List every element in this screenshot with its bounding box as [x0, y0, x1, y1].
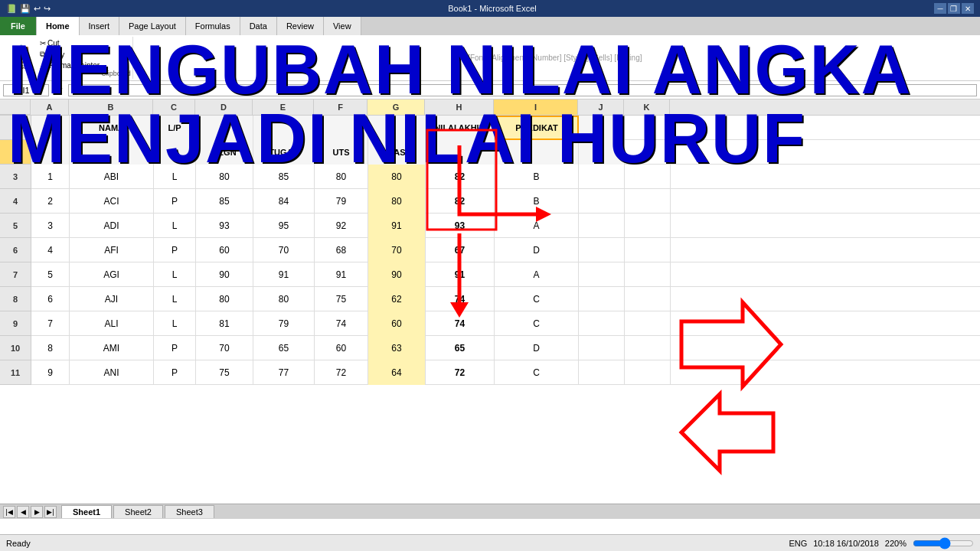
cell-row11-col6[interactable]: 64	[368, 360, 426, 385]
cell-row4-col5[interactable]: 79	[315, 189, 368, 214]
cell-row5-col4[interactable]: 95	[253, 214, 315, 238]
cell-row5-col0[interactable]: 3	[31, 214, 70, 238]
sheet-tab-2[interactable]: Sheet2	[113, 505, 163, 518]
minimize-button[interactable]: ─	[934, 3, 946, 14]
row-num-3[interactable]: 3	[0, 165, 31, 189]
tab-file[interactable]: File	[0, 17, 37, 35]
row-num-4[interactable]: 4	[0, 189, 31, 214]
cell-row4-col0[interactable]: 2	[31, 189, 70, 214]
quick-access-redo[interactable]: ↪	[44, 4, 51, 14]
col-header-h[interactable]: H	[425, 99, 494, 115]
row-num-10[interactable]: 10	[0, 336, 31, 360]
cell-row3-col6[interactable]: 80	[368, 165, 426, 189]
cell-k1[interactable]	[625, 116, 671, 140]
cell-row6-col4[interactable]: 70	[253, 238, 315, 262]
cell-row3-col2[interactable]: L	[154, 165, 196, 189]
cell-row8-col4[interactable]: 80	[253, 287, 315, 311]
tab-view[interactable]: View	[324, 17, 361, 35]
quick-access-undo[interactable]: ↩	[34, 4, 41, 14]
tab-insert[interactable]: Insert	[80, 17, 120, 35]
cell-row3-col7[interactable]: 82	[426, 165, 495, 189]
cell-row4-col1[interactable]: ACI	[70, 189, 154, 214]
cell-row6-col3[interactable]: 60	[196, 238, 253, 262]
cell-row9-col4[interactable]: 79	[253, 311, 315, 336]
col-header-j[interactable]: J	[578, 99, 624, 115]
tab-page-layout[interactable]: Page Layout	[119, 17, 186, 35]
cell-row7-col5[interactable]: 91	[315, 262, 368, 287]
cell-b1[interactable]: NAMA	[70, 116, 154, 140]
copy-button[interactable]: ⧉ Copy	[38, 49, 101, 60]
cell-row7-col2[interactable]: L	[154, 262, 196, 287]
cell-row3-col4[interactable]: 85	[253, 165, 315, 189]
close-button[interactable]: ✕	[962, 3, 974, 14]
cell-j2[interactable]	[579, 140, 625, 165]
cell-row3-col0[interactable]: 1	[31, 165, 70, 189]
cell-row8-col7[interactable]: 74	[426, 287, 495, 311]
cell-row11-col7[interactable]: 72	[426, 360, 495, 385]
cell-row10-col10[interactable]	[625, 336, 671, 360]
cell-a1[interactable]: NO	[31, 116, 70, 140]
cell-row10-col8[interactable]: D	[495, 336, 579, 360]
cell-row7-col7[interactable]: 91	[426, 262, 495, 287]
cell-row9-col0[interactable]: 7	[31, 311, 70, 336]
cell-row10-col6[interactable]: 63	[368, 336, 426, 360]
cell-row4-col4[interactable]: 84	[253, 189, 315, 214]
col-header-i[interactable]: I	[494, 99, 578, 115]
cell-row10-col7[interactable]: 65	[426, 336, 495, 360]
cell-row9-col5[interactable]: 74	[315, 311, 368, 336]
cell-row8-col5[interactable]: 75	[315, 287, 368, 311]
row-num-9[interactable]: 9	[0, 311, 31, 336]
row-num-2[interactable]: 2	[0, 140, 31, 165]
cell-row4-col8[interactable]: B	[495, 189, 579, 214]
cell-row3-col10[interactable]	[625, 165, 671, 189]
cell-row11-col3[interactable]: 75	[196, 360, 253, 385]
cell-row7-col1[interactable]: AGI	[70, 262, 154, 287]
cell-row11-col1[interactable]: ANI	[70, 360, 154, 385]
cell-c1[interactable]: L/P	[154, 116, 196, 140]
cell-row9-col2[interactable]: L	[154, 311, 196, 336]
cell-row8-col6[interactable]: 62	[368, 287, 426, 311]
formula-input[interactable]: PREDIKAT	[68, 84, 977, 96]
cell-b2[interactable]	[70, 140, 154, 165]
tab-formulas[interactable]: Formulas	[186, 17, 240, 35]
sheet-nav-last[interactable]: ▶|	[44, 506, 57, 518]
col-header-k[interactable]: K	[624, 99, 670, 115]
cell-row9-col6[interactable]: 60	[368, 311, 426, 336]
col-header-b[interactable]: B	[69, 99, 153, 115]
tab-data[interactable]: Data	[240, 17, 277, 35]
row-num-1[interactable]: 1	[0, 116, 31, 140]
cell-row11-col4[interactable]: 77	[253, 360, 315, 385]
cell-row3-col3[interactable]: 80	[196, 165, 253, 189]
cell-row6-col2[interactable]: P	[154, 238, 196, 262]
cell-row5-col2[interactable]: L	[154, 214, 196, 238]
cell-row7-col0[interactable]: 5	[31, 262, 70, 287]
cell-row10-col2[interactable]: P	[154, 336, 196, 360]
cell-row4-col6[interactable]: 80	[368, 189, 426, 214]
cell-row11-col2[interactable]: P	[154, 360, 196, 385]
zoom-slider[interactable]	[913, 537, 974, 549]
cell-row8-col10[interactable]	[625, 287, 671, 311]
sheet-nav-prev[interactable]: ◀	[17, 506, 29, 518]
cell-reference-box[interactable]	[3, 84, 49, 96]
cell-row7-col9[interactable]	[579, 262, 625, 287]
cell-row8-col9[interactable]	[579, 287, 625, 311]
cell-c2[interactable]	[154, 140, 196, 165]
sheet-tab-1[interactable]: Sheet1	[61, 505, 112, 518]
cell-row4-col10[interactable]	[625, 189, 671, 214]
cell-j1[interactable]	[579, 116, 625, 140]
cell-row7-col8[interactable]: A	[495, 262, 579, 287]
cell-row10-col4[interactable]: 65	[253, 336, 315, 360]
cell-row6-col7[interactable]: 67	[426, 238, 495, 262]
tab-review[interactable]: Review	[277, 17, 324, 35]
cell-row5-col3[interactable]: 93	[196, 214, 253, 238]
cell-k2[interactable]	[625, 140, 671, 165]
cell-row3-col8[interactable]: B	[495, 165, 579, 189]
cell-row3-col9[interactable]	[579, 165, 625, 189]
cell-row7-col3[interactable]: 90	[196, 262, 253, 287]
paste-button[interactable]: 📋 Paste	[5, 38, 37, 77]
cell-row9-col3[interactable]: 81	[196, 311, 253, 336]
sheet-nav-next[interactable]: ▶	[31, 506, 43, 518]
cell-row11-col8[interactable]: C	[495, 360, 579, 385]
cell-row11-col9[interactable]	[579, 360, 625, 385]
cell-d2[interactable]: ULGN	[196, 140, 253, 165]
